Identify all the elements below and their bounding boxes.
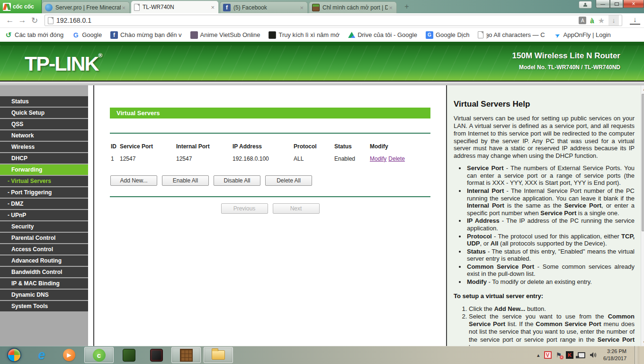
action-center-flag-icon[interactable]: ⚑× bbox=[556, 351, 562, 359]
clock-date: 6/18/2017 bbox=[603, 355, 626, 362]
sidebar-item-system-tools[interactable]: System Tools bbox=[0, 301, 88, 311]
sidebar-item-network[interactable]: Network bbox=[0, 130, 88, 141]
close-button[interactable]: × bbox=[623, 0, 644, 8]
bookmark-label: AppOnFly | Login bbox=[564, 31, 611, 38]
browser-tab-3[interactable]: Chỉ mình cách mở port | D× bbox=[309, 1, 397, 13]
bookmark-item-6[interactable]: GGoogle Dịch bbox=[426, 31, 470, 39]
help-bullet: IP Address - The IP address of the PC ru… bbox=[466, 217, 635, 232]
product-name: 150M Wireless Lite N Router bbox=[512, 51, 620, 61]
add-new-button[interactable]: Add New... bbox=[110, 175, 157, 186]
help-bullet: Modify - To modify or delete an existing… bbox=[466, 278, 635, 286]
browser-tab-1[interactable]: TL-WR740N× bbox=[131, 0, 219, 13]
tab-title: Chỉ mình cách mở port | D bbox=[322, 4, 388, 11]
main-content: Virtual Servers IDService PortInternal P… bbox=[93, 85, 447, 346]
taskbar-game1-button[interactable] bbox=[116, 347, 141, 363]
help-setup-title: To setup a virtual server entry: bbox=[454, 292, 635, 300]
sidebar-item-port-triggering[interactable]: - Port Triggering bbox=[0, 187, 88, 198]
downloads-tray-icon[interactable]: ↓ bbox=[630, 16, 640, 25]
taskbar-wmp-button[interactable]: ▶ bbox=[57, 347, 81, 363]
address-bar[interactable]: 192.168.0.1 A à ★ ↓ bbox=[45, 15, 622, 26]
model-number: Model No. TL-WR740N / TL-WR740ND bbox=[512, 64, 620, 71]
bookmark-item-0[interactable]: ↺Các tab mới đóng bbox=[5, 31, 63, 39]
sidebar-item-status[interactable]: Status bbox=[0, 96, 88, 107]
antivirus-icon[interactable]: K bbox=[566, 351, 573, 359]
sidebar-item-dynamic-dns[interactable]: Dynamic DNS bbox=[0, 290, 88, 300]
sidebar-item-quick-setup[interactable]: Quick Setup bbox=[0, 108, 88, 118]
delete-all-button[interactable]: Delete All bbox=[265, 175, 312, 186]
bookmark-item-1[interactable]: GGoogle bbox=[72, 31, 102, 39]
sidebar-item-upnp[interactable]: - UPnP bbox=[0, 210, 88, 220]
sidebar-item-qss[interactable]: QSS bbox=[0, 119, 88, 129]
sidebar-item-access-control[interactable]: Access Control bbox=[0, 244, 88, 255]
table-cell: 12547 bbox=[120, 152, 176, 164]
taskbar-start-button[interactable] bbox=[2, 347, 27, 363]
next-button[interactable]: Next bbox=[273, 203, 320, 214]
tab-close-icon[interactable]: × bbox=[210, 4, 215, 11]
taskbar-coccoc-button[interactable]: c bbox=[84, 347, 114, 363]
taskbar-ie-button[interactable]: e bbox=[29, 347, 54, 363]
tab-close-icon[interactable]: × bbox=[299, 4, 304, 11]
enable-all-button[interactable]: Enable All bbox=[162, 175, 209, 186]
bookmark-star-icon[interactable]: ★ bbox=[598, 16, 605, 25]
maximize-button[interactable] bbox=[610, 0, 623, 8]
taskbar-clock[interactable]: 3:26 PM 6/18/2017 bbox=[603, 348, 626, 362]
tplink-banner: TP-LINK® 150M Wireless Lite N Router Mod… bbox=[0, 46, 644, 81]
translate-icon[interactable]: A bbox=[579, 17, 586, 24]
taskbar-game2-button[interactable] bbox=[144, 347, 169, 363]
modify-cell: ModifyDelete bbox=[370, 152, 429, 164]
sidebar-item-parental-control[interactable]: Parental Control bbox=[0, 233, 88, 243]
browser-tab-0[interactable]: Server.pro | Free Minecraft× bbox=[42, 1, 130, 13]
forward-button[interactable]: → bbox=[16, 16, 28, 25]
sidebar-item-ip-mac-binding[interactable]: IP & MAC Binding bbox=[0, 278, 88, 289]
sidebar-item-security[interactable]: Security bbox=[0, 221, 88, 232]
show-desktop-button[interactable] bbox=[635, 346, 639, 364]
bookmark-item-2[interactable]: fChào mừng bạn đến v bbox=[110, 31, 181, 39]
tab-title: TL-WR740N bbox=[143, 4, 210, 10]
taskbar-folder-button[interactable] bbox=[204, 347, 233, 363]
sidebar-item-forwarding[interactable]: Forwarding bbox=[0, 164, 88, 175]
bookmark-item-4[interactable]: Truy kích lì xì năm mớ bbox=[268, 31, 340, 39]
modify-link[interactable]: Modify bbox=[370, 155, 386, 162]
bookmark-item-7[interactable]: ȝo All characters — C bbox=[478, 31, 545, 38]
game1-icon bbox=[123, 349, 135, 362]
delete-link[interactable]: Delete bbox=[388, 155, 405, 162]
sidebar-item-virtual-servers[interactable]: - Virtual Servers bbox=[0, 176, 88, 186]
tray-overflow-icon[interactable]: ▴ bbox=[537, 352, 540, 358]
tab-close-icon[interactable]: × bbox=[388, 4, 394, 11]
coccoc-menu-button[interactable]: cốc cốc bbox=[0, 0, 42, 13]
scroll-down-arrow[interactable]: ▼ bbox=[641, 338, 644, 346]
bookmark-item-3[interactable]: Anime VietSub Online bbox=[190, 31, 260, 39]
network-icon[interactable] bbox=[578, 352, 585, 358]
banner-silver-strip bbox=[0, 82, 644, 85]
bookmark-label: Anime VietSub Online bbox=[200, 31, 260, 38]
sidebar-item-bandwidth-control[interactable]: Bandwidth Control bbox=[0, 267, 88, 277]
download-page-icon[interactable]: ↓ bbox=[608, 15, 619, 26]
sidebar-item-advanced-routing[interactable]: Advanced Routing bbox=[0, 255, 88, 266]
start-icon bbox=[7, 348, 21, 362]
profile-button[interactable] bbox=[579, 1, 592, 9]
speaker-icon[interactable] bbox=[590, 351, 597, 359]
minimize-button[interactable]: — bbox=[596, 0, 610, 8]
reload-button[interactable]: ↻ bbox=[28, 16, 41, 26]
scroll-up-arrow[interactable]: ▲ bbox=[641, 85, 644, 93]
anime-icon bbox=[190, 31, 198, 39]
tab-close-icon[interactable]: × bbox=[121, 4, 126, 11]
browser-toolbar: ← → ↻ 192.168.0.1 A à ★ ↓ ↓ bbox=[0, 13, 644, 28]
sidebar-item-wireless[interactable]: Wireless bbox=[0, 142, 88, 152]
unikey-icon[interactable]: V bbox=[544, 351, 552, 359]
back-button[interactable]: ← bbox=[4, 16, 16, 25]
help-scrollbar[interactable]: ▲ ▼ bbox=[641, 85, 644, 346]
vietnamese-input-icon[interactable]: à bbox=[590, 17, 594, 25]
disable-all-button[interactable]: Disable All bbox=[214, 175, 260, 186]
browser-tab-2[interactable]: f(5) Facebook× bbox=[220, 1, 308, 13]
taskbar-minecraft-button[interactable] bbox=[171, 347, 201, 363]
bookmark-item-5[interactable]: Drive của tôi - Google bbox=[348, 31, 417, 38]
url-text[interactable]: 192.168.0.1 bbox=[56, 17, 576, 24]
new-tab-button[interactable]: + bbox=[401, 3, 413, 11]
sidebar-item-dmz[interactable]: - DMZ bbox=[0, 199, 88, 209]
scroll-thumb[interactable] bbox=[642, 94, 644, 231]
bookmark-item-8[interactable]: ➤AppOnFly | Login bbox=[554, 31, 611, 39]
previous-button[interactable]: Previous bbox=[221, 203, 268, 214]
sidebar-item-dhcp[interactable]: DHCP bbox=[0, 153, 88, 164]
minecraft-icon bbox=[180, 349, 193, 362]
